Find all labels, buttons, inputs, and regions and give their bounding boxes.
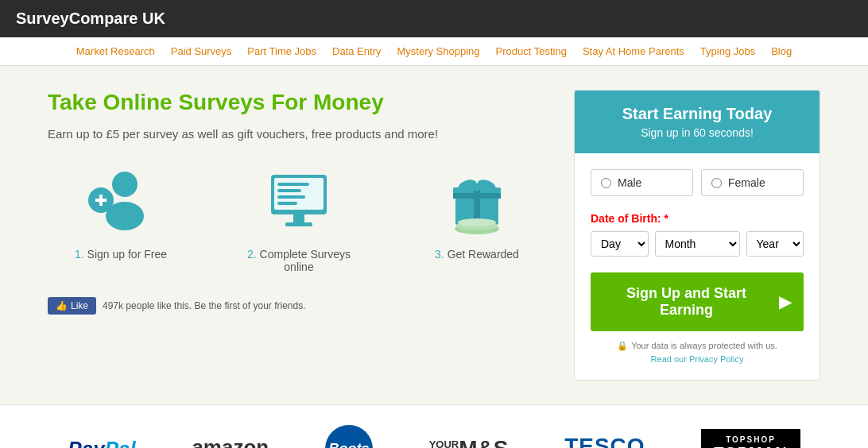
main-nav: Market Research Paid Surveys Part Time J… — [0, 37, 868, 66]
nav-stay-at-home-parents[interactable]: Stay At Home Parents — [583, 45, 684, 57]
nav-blog[interactable]: Blog — [771, 45, 792, 57]
nav-part-time-jobs[interactable]: Part Time Jobs — [247, 45, 316, 57]
step-2-label: 2. Complete Surveysonline — [226, 248, 372, 273]
fb-thumb-icon: 👍 — [56, 300, 68, 311]
nav-paid-surveys[interactable]: Paid Surveys — [171, 45, 232, 57]
day-select[interactable]: Day for(let i=1;i<=31;i++) document.curr… — [591, 231, 649, 257]
dob-required: * — [665, 212, 668, 225]
svg-point-0 — [112, 172, 138, 197]
nav-market-research[interactable]: Market Research — [76, 45, 155, 57]
fb-count-text: 497k people like this. Be the first of y… — [103, 300, 305, 311]
panel-header: Start Earning Today Sign up in 60 second… — [575, 91, 820, 153]
site-header: SurveyCompare UK — [0, 0, 868, 37]
step-1: 1. Sign up for Free — [48, 164, 194, 273]
gender-female-radio[interactable] — [711, 178, 722, 188]
steps-container: 1. Sign up for Free — [48, 164, 550, 273]
svg-rect-8 — [277, 189, 301, 192]
gender-row: Male Female — [591, 169, 804, 196]
panel-body: Male Female Date of Birth: * Day for(let… — [575, 153, 820, 380]
privacy-text: 🔒 Your data is always protected with us.… — [591, 341, 804, 364]
privacy-link[interactable]: Read our Privacy Policy — [651, 354, 744, 364]
svg-rect-4 — [99, 195, 103, 206]
nav-data-entry[interactable]: Data Entry — [332, 45, 381, 57]
signup-button[interactable]: Sign Up and Start Earning ▶ — [591, 272, 804, 331]
gender-male-option[interactable]: Male — [591, 169, 693, 196]
step-3: 3. Get Rewarded — [404, 164, 550, 273]
step-3-label: 3. Get Rewarded — [404, 248, 550, 261]
step-3-icon — [437, 164, 517, 236]
gender-male-label: Male — [618, 176, 641, 189]
main-content: Take Online Surveys For Money Earn up to… — [0, 66, 868, 404]
nav-typing-jobs[interactable]: Typing Jobs — [700, 45, 755, 57]
year-select[interactable]: Year for(let y=2010;y>=1920;y--) documen… — [746, 231, 804, 257]
dob-selects: Day for(let i=1;i<=31;i++) document.curr… — [591, 231, 804, 257]
svg-rect-9 — [277, 195, 305, 199]
svg-rect-7 — [277, 183, 309, 186]
svg-rect-12 — [285, 222, 312, 226]
dob-label: Date of Birth: * — [591, 212, 804, 225]
brand-amazon: amazon — [192, 435, 269, 449]
svg-point-19 — [473, 183, 481, 191]
brand-topshop: TOPSHOP TOPMAN — [701, 429, 800, 448]
site-title: SurveyCompare UK — [16, 10, 165, 27]
fb-like-label: Like — [71, 300, 88, 311]
nav-mystery-shopping[interactable]: Mystery Shopping — [397, 45, 479, 57]
arrow-icon: ▶ — [779, 292, 791, 311]
step-1-label: 1. Sign up for Free — [48, 248, 194, 261]
left-content: Take Online Surveys For Money Earn up to… — [48, 90, 550, 380]
signup-panel: Start Earning Today Sign up in 60 second… — [574, 90, 820, 380]
gender-female-label: Female — [728, 176, 765, 189]
nav-product-testing[interactable]: Product Testing — [496, 45, 567, 57]
svg-point-22 — [458, 218, 496, 226]
gender-male-radio[interactable] — [601, 178, 611, 188]
step-2: 2. Complete Surveysonline — [226, 164, 372, 273]
brand-tesco: TESCO — [564, 434, 645, 448]
signup-btn-label: Sign Up and Start Earning — [603, 285, 769, 319]
privacy-message: Your data is always protected with us. — [631, 341, 777, 350]
brand-ms: YOURM&S — [429, 436, 509, 448]
step-2-icon — [259, 164, 339, 236]
brand-paypal: PayPal — [68, 437, 135, 449]
panel-subtitle: Sign up in 60 seconds! — [587, 126, 808, 139]
step-1-icon — [81, 164, 161, 236]
page-heading: Take Online Surveys For Money — [48, 90, 550, 115]
month-select[interactable]: Month JanuaryFebruaryMarch AprilMayJune … — [655, 231, 740, 257]
svg-rect-11 — [293, 214, 304, 222]
brands-footer: PayPal amazon Boots YOURM&S TESCO TOPSHO… — [0, 404, 868, 448]
brand-boots: Boots — [325, 425, 373, 448]
gender-female-option[interactable]: Female — [701, 169, 804, 196]
fb-like-button[interactable]: 👍 Like — [48, 297, 96, 315]
fb-like-section: 👍 Like 497k people like this. Be the fir… — [48, 297, 550, 315]
lock-icon: 🔒 — [617, 341, 628, 351]
panel-title: Start Earning Today — [587, 105, 808, 123]
page-subheading: Earn up to £5 per survey as well as gift… — [48, 127, 550, 141]
svg-rect-10 — [277, 202, 297, 205]
